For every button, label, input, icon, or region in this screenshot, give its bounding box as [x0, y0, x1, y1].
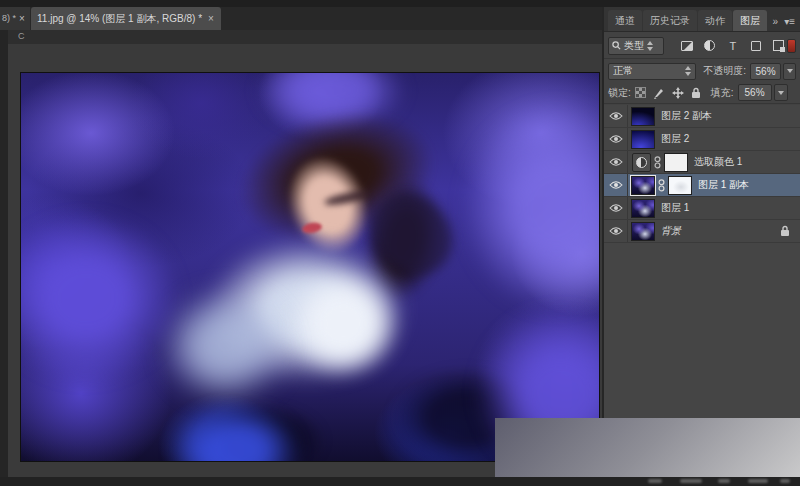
- layer-list: 图层 2 副本 图层 2: [604, 105, 800, 243]
- bottom-strip: [0, 477, 800, 486]
- type-filter-icon[interactable]: T: [724, 37, 741, 54]
- layer-thumbnail[interactable]: [631, 130, 655, 149]
- dropdown-arrows-icon: [778, 91, 784, 95]
- layer-thumbnail[interactable]: [631, 176, 655, 195]
- opacity-dropdown-button[interactable]: [783, 63, 796, 80]
- photoshop-window: 8) * × 11.jpg @ 14% (图层 1 副本, RGB/8) * ×…: [0, 0, 800, 486]
- layer-filter-bar: 类型 T: [604, 33, 800, 59]
- filter-toggle-icon[interactable]: [787, 39, 796, 53]
- fill-value[interactable]: 56%: [738, 84, 772, 101]
- smart-object-filter-icon[interactable]: [770, 37, 787, 54]
- bottom-smudge: [718, 479, 730, 483]
- layer-thumbnail[interactable]: [631, 199, 655, 218]
- canvas-photo[interactable]: [20, 72, 600, 462]
- lock-transparency-icon[interactable]: [635, 87, 646, 98]
- eye-icon: [609, 226, 623, 236]
- document-sub-strip: C: [0, 30, 602, 44]
- filter-kind-dropdown[interactable]: 类型: [608, 37, 664, 55]
- visibility-cell[interactable]: [604, 174, 628, 196]
- eye-icon: [609, 203, 623, 213]
- bottom-smudge: [680, 479, 702, 483]
- bottom-smudge: [748, 479, 768, 483]
- tab-history[interactable]: 历史记录: [643, 10, 697, 31]
- tab-layers[interactable]: 图层: [733, 10, 767, 31]
- visibility-cell[interactable]: [604, 128, 628, 150]
- dropdown-arrows-icon: [647, 41, 653, 51]
- dropdown-arrows-icon: [787, 69, 793, 73]
- panel-menu-icon[interactable]: ▾≡: [784, 16, 795, 27]
- layer-lock-icon: [780, 225, 790, 237]
- layer-row-selected[interactable]: 图层 1 副本: [604, 174, 800, 197]
- layer-name[interactable]: 图层 1 副本: [698, 178, 749, 192]
- bottom-smudge: [780, 479, 790, 483]
- pixel-filter-icon[interactable]: [678, 37, 695, 54]
- layer-name[interactable]: 选取颜色 1: [694, 155, 742, 169]
- mask-link-icon[interactable]: [653, 156, 662, 169]
- adjustment-layer-icon[interactable]: [632, 153, 651, 172]
- corner-mark: C: [18, 31, 25, 41]
- visibility-cell[interactable]: [604, 151, 628, 173]
- blend-mode-dropdown[interactable]: 正常: [608, 63, 696, 80]
- layer-name[interactable]: 图层 1: [661, 201, 689, 215]
- lock-position-icon[interactable]: [672, 87, 684, 99]
- photo-dress: [286, 268, 401, 380]
- tab-channels[interactable]: 通道: [608, 10, 642, 31]
- layer-name[interactable]: 图层 2: [661, 132, 689, 146]
- fill-label: 填充:: [711, 86, 734, 100]
- visibility-cell[interactable]: [604, 220, 628, 242]
- blend-mode-value: 正常: [613, 64, 633, 78]
- panel-tab-bar: 通道 历史记录 动作 图层 » ▾≡: [604, 7, 800, 32]
- eye-icon: [609, 157, 623, 167]
- active-tab-title: 11.jpg @ 14% (图层 1 副本, RGB/8) *: [37, 12, 202, 26]
- layer-mask-thumbnail[interactable]: [668, 176, 692, 195]
- document-tab-partial[interactable]: 8) * ×: [0, 7, 30, 30]
- visibility-cell[interactable]: [604, 105, 628, 127]
- close-icon[interactable]: ×: [19, 7, 25, 30]
- layer-thumbnail[interactable]: [631, 107, 655, 126]
- photo-flower-blob: [461, 103, 600, 313]
- bottom-smudge: [648, 479, 662, 483]
- search-icon: [612, 41, 621, 50]
- layer-row-background[interactable]: 背景: [604, 220, 800, 243]
- fill-dropdown-button[interactable]: [774, 84, 788, 101]
- adjustment-filter-icon[interactable]: [701, 37, 718, 54]
- photo-flower-blob: [20, 213, 181, 383]
- close-icon[interactable]: ×: [208, 13, 214, 24]
- lock-row: 锁定: 填充: 56%: [604, 82, 800, 104]
- eye-icon: [609, 134, 623, 144]
- blend-mode-row: 正常 不透明度: 56%: [604, 60, 800, 82]
- layer-row[interactable]: 图层 2 副本: [604, 105, 800, 128]
- layer-mask-thumbnail[interactable]: [664, 153, 688, 172]
- eye-icon: [609, 111, 623, 121]
- document-tab-active[interactable]: 11.jpg @ 14% (图层 1 副本, RGB/8) * ×: [31, 7, 221, 30]
- eye-icon: [609, 180, 623, 190]
- tab-actions[interactable]: 动作: [698, 10, 732, 31]
- layers-panel: 通道 历史记录 动作 图层 » ▾≡ 类型 T: [602, 7, 800, 477]
- lock-all-icon[interactable]: [691, 87, 701, 99]
- mask-link-icon[interactable]: [657, 179, 666, 192]
- lock-label: 锁定:: [608, 86, 631, 100]
- layer-row[interactable]: 图层 2: [604, 128, 800, 151]
- filter-kind-label: 类型: [624, 39, 644, 53]
- visibility-cell[interactable]: [604, 197, 628, 219]
- window-left-edge: [0, 30, 8, 477]
- selective-color-icon: [636, 157, 647, 168]
- lock-paint-icon[interactable]: [653, 87, 665, 99]
- layer-name[interactable]: 图层 2 副本: [661, 109, 712, 123]
- window-top-strip: [0, 0, 800, 7]
- opacity-label: 不透明度:: [703, 64, 746, 78]
- shape-filter-icon[interactable]: [747, 37, 764, 54]
- layer-name[interactable]: 背景: [661, 224, 681, 238]
- layer-row[interactable]: 图层 1: [604, 197, 800, 220]
- opacity-value[interactable]: 56%: [750, 63, 781, 80]
- partial-tab-label: 8) *: [2, 7, 16, 30]
- panel-collapse-icon[interactable]: »: [773, 16, 779, 27]
- document-tab-bar: 8) * × 11.jpg @ 14% (图层 1 副本, RGB/8) * ×: [0, 7, 602, 30]
- dropdown-arrows-icon: [685, 66, 691, 76]
- bottom-gradient-overlay: [495, 418, 800, 477]
- layer-row[interactable]: 选取颜色 1: [604, 151, 800, 174]
- layer-thumbnail[interactable]: [631, 222, 655, 241]
